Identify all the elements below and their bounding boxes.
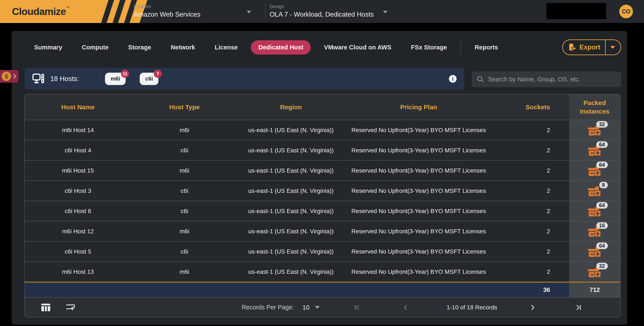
tab-compute[interactable]: Compute	[82, 44, 108, 51]
first-page-button[interactable]	[354, 304, 361, 311]
pagination-range-label: 1-10 of 18 Records	[440, 298, 504, 317]
pricing-plan-cell: Reserved No Upfront(3-Year) BYO MSFT Lic…	[344, 161, 493, 180]
table-row[interactable]: c6i Host 5 c6i us-east-1 (US East (N. Vi…	[25, 241, 620, 261]
header-divider	[265, 4, 265, 19]
region-cell: us-east-1 (US East (N. Virginia))	[238, 181, 344, 201]
badge-label: c6i	[145, 75, 153, 82]
packed-count-badge: 64	[596, 242, 608, 249]
tab-dedicated-host[interactable]: Dedicated Host	[251, 40, 311, 55]
pricing-plan-cell: Reserved No Upfront(3-Year) BYO MSFT Lic…	[344, 181, 493, 201]
pricing-plan-cell: Reserved No Upfront(3-Year) BYO MSFT Lic…	[344, 221, 493, 241]
column-header-host-type[interactable]: Host Type	[131, 94, 238, 120]
table-row[interactable]: m6i Host 15 m6i us-east-1 (US East (N. V…	[25, 160, 620, 180]
pricing-plan-cell: Reserved No Upfront(3-Year) BYO MSFT Lic…	[344, 120, 493, 140]
column-header-sockets[interactable]: Sockets	[493, 94, 569, 120]
region-cell: us-east-1 (US East (N. Virginia))	[238, 201, 344, 221]
host-type-cell: m6i	[131, 120, 238, 140]
tab-vmware-cloud-on-aws[interactable]: VMware Cloud on AWS	[324, 44, 391, 51]
column-header-packed-instances[interactable]: Packed Instances	[569, 94, 620, 120]
column-header-host-name[interactable]: Host Name	[25, 94, 131, 120]
table-row[interactable]: c6i Host 6 c6i us-east-1 (US East (N. Vi…	[25, 201, 620, 221]
hosts-table: Host Name Host Type Region Pricing Plan …	[25, 94, 620, 317]
hosts-summary-bar: 18 Hosts: m6i 11 c6i 7 i	[25, 68, 464, 90]
sockets-cell: 2	[493, 221, 569, 241]
column-header-pricing-plan[interactable]: Pricing Plan	[344, 94, 493, 120]
region-cell: us-east-1 (US East (N. Virginia))	[238, 242, 344, 261]
cost-panel-toggle[interactable]: $	[0, 70, 18, 83]
host-type-filter-m6i[interactable]: m6i 11	[105, 73, 126, 85]
region-cell: us-east-1 (US East (N. Virginia))	[238, 161, 344, 180]
packed-count-badge: 64	[596, 141, 608, 148]
logo-stripe	[100, 0, 115, 25]
total-packed-instances: 712	[569, 282, 620, 297]
tab-bar: Summary Compute Storage Network License …	[12, 38, 621, 57]
app-header: Cloudamize™ Platform Amazon Web Services…	[0, 0, 644, 23]
logo-stripe	[112, 0, 126, 25]
sockets-cell: 2	[493, 201, 569, 221]
export-divider	[605, 40, 606, 55]
platform-label: Platform	[134, 4, 200, 9]
platform-selector[interactable]: Platform Amazon Web Services	[134, 4, 200, 18]
export-button[interactable]: Export	[562, 40, 621, 55]
records-per-page-value: 10	[302, 304, 310, 311]
chevron-down-icon[interactable]	[610, 46, 615, 49]
tab-license[interactable]: License	[215, 44, 238, 51]
table-row[interactable]: m6i Host 13 m6i us-east-1 (US East (N. V…	[25, 261, 620, 282]
region-cell: us-east-1 (US East (N. Virginia))	[238, 221, 344, 241]
packed-instances-cell: 32	[569, 120, 620, 140]
packed-count-badge: 32	[596, 263, 608, 269]
trademark-symbol: ™	[66, 6, 69, 10]
design-selector[interactable]: Design OLA 7 - Workload, Dedicated Hosts	[270, 4, 374, 18]
pricing-plan-cell: Reserved No Upfront(3-Year) BYO MSFT Lic…	[344, 262, 493, 282]
search-bar	[472, 71, 621, 87]
table-row[interactable]: m6i Host 12 m6i us-east-1 (US East (N. V…	[25, 221, 620, 241]
host-name-cell: c6i Host 6	[25, 201, 131, 221]
packed-instances-cell: 64	[569, 140, 620, 160]
chevron-down-icon[interactable]	[246, 11, 251, 14]
main-panel: Summary Compute Storage Network License …	[12, 31, 627, 325]
packed-instances-cell: 16	[569, 221, 620, 241]
packed-count-badge: 32	[596, 121, 608, 128]
next-page-button[interactable]	[529, 304, 536, 311]
host-type-cell: m6i	[131, 221, 238, 241]
redacted-area	[546, 3, 606, 19]
sockets-cell: 2	[493, 242, 569, 261]
brand-logo: Cloudamize™	[0, 0, 147, 23]
table-row[interactable]: m6i Host 14 m6i us-east-1 (US East (N. V…	[25, 120, 620, 140]
chevron-down-icon[interactable]	[383, 11, 388, 14]
host-name-cell: m6i Host 14	[25, 120, 131, 140]
table-row[interactable]: c6i Host 3 c6i us-east-1 (US East (N. Vi…	[25, 180, 620, 201]
pricing-plan-cell: Reserved No Upfront(3-Year) BYO MSFT Lic…	[344, 242, 493, 261]
host-name-cell: m6i Host 13	[25, 262, 131, 282]
nav-divider	[461, 41, 461, 54]
search-input[interactable]	[488, 76, 616, 83]
totals-empty	[344, 282, 493, 297]
host-type-filter-c6i[interactable]: c6i 7	[140, 73, 158, 85]
table-footer: Records Per Page: 10 1-10 of 18 Records	[25, 297, 620, 317]
packed-count-badge: 64	[596, 162, 608, 168]
column-settings-icon[interactable]	[41, 303, 51, 312]
sockets-cell: 2	[493, 161, 569, 180]
records-per-page-label: Records Per Page:	[242, 304, 294, 311]
tab-summary[interactable]: Summary	[34, 44, 62, 51]
last-page-button[interactable]	[574, 304, 582, 311]
chevron-down-icon[interactable]	[315, 306, 320, 309]
tab-reports[interactable]: Reports	[475, 44, 498, 51]
tab-fsx-storage[interactable]: FSx Storage	[411, 44, 447, 51]
wrap-text-icon[interactable]	[66, 303, 76, 312]
previous-page-button[interactable]	[402, 304, 409, 311]
host-name-cell: c6i Host 5	[25, 242, 131, 261]
design-label: Design	[270, 4, 374, 9]
design-value: OLA 7 - Workload, Dedicated Hosts	[270, 11, 374, 18]
records-per-page[interactable]: Records Per Page: 10	[242, 298, 320, 317]
user-avatar[interactable]: CO	[619, 5, 633, 18]
export-label: Export	[580, 44, 600, 51]
table-row[interactable]: c6i Host 4 c6i us-east-1 (US East (N. Vi…	[25, 140, 620, 160]
tab-storage[interactable]: Storage	[128, 44, 151, 51]
host-name-cell: m6i Host 15	[25, 161, 131, 180]
totals-empty	[238, 282, 344, 297]
column-header-region[interactable]: Region	[238, 94, 344, 120]
tab-network[interactable]: Network	[171, 44, 195, 51]
info-icon[interactable]: i	[449, 75, 456, 83]
host-type-cell: c6i	[131, 181, 238, 201]
